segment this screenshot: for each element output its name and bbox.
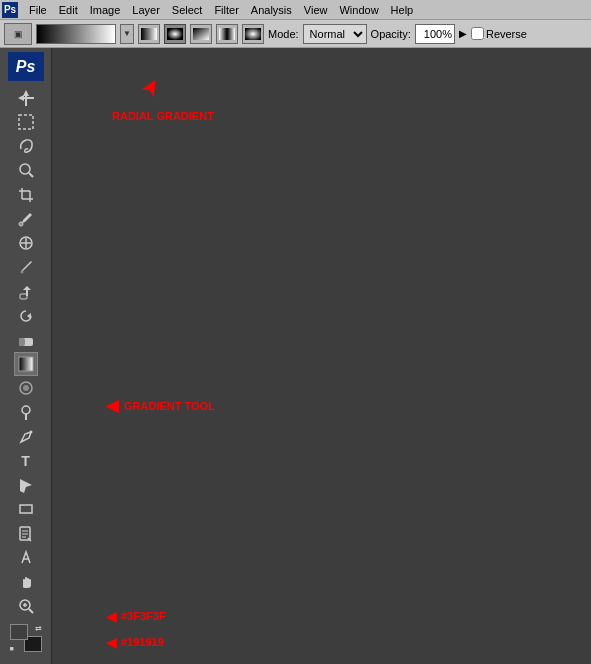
- tool-gradient[interactable]: [14, 352, 38, 375]
- gradient-type-angle[interactable]: [190, 24, 212, 44]
- bg-annotation-arrow: ◀: [106, 634, 117, 650]
- tool-clone-stamp[interactable]: [14, 280, 38, 303]
- menu-help[interactable]: Help: [386, 3, 419, 17]
- svg-point-18: [20, 271, 23, 274]
- radial-gradient-annotation: RADIAL GRADIENT ➤: [112, 110, 214, 122]
- tool-notes[interactable]: [14, 522, 38, 545]
- tool-eyedropper[interactable]: [14, 207, 38, 230]
- tool-lasso[interactable]: [14, 134, 38, 157]
- menu-edit[interactable]: Edit: [54, 3, 83, 17]
- gradient-type-reflected[interactable]: [216, 24, 238, 44]
- tool-move[interactable]: [14, 86, 38, 109]
- menu-file[interactable]: File: [24, 3, 52, 17]
- foreground-color-swatch[interactable]: [10, 624, 28, 640]
- tool-healing-brush[interactable]: [14, 231, 38, 254]
- menu-filter[interactable]: Filter: [209, 3, 243, 17]
- menu-analysis[interactable]: Analysis: [246, 3, 297, 17]
- tool-crop[interactable]: [14, 183, 38, 206]
- opacity-input[interactable]: [415, 24, 455, 44]
- tool-pen[interactable]: [14, 425, 38, 448]
- svg-point-27: [22, 406, 30, 414]
- svg-point-29: [29, 430, 32, 433]
- mode-label: Mode:: [268, 28, 299, 40]
- gradient-type-linear[interactable]: [138, 24, 160, 44]
- tool-path-selection[interactable]: [14, 474, 38, 497]
- opacity-arrow[interactable]: ▶: [459, 28, 467, 39]
- svg-rect-19: [20, 294, 27, 299]
- menu-window[interactable]: Window: [334, 3, 383, 17]
- gradient-tool-annotation: ◀ GRADIENT TOOL: [106, 396, 215, 415]
- fg-color-annotation: ◀ #3F3F3F: [106, 608, 166, 624]
- svg-point-8: [20, 164, 30, 174]
- menu-select[interactable]: Select: [167, 3, 208, 17]
- svg-point-14: [19, 222, 23, 226]
- canvas-area: RADIAL GRADIENT ➤ ◀ GRADIENT TOOL ◀ #3F3…: [52, 48, 591, 664]
- tool-history-brush[interactable]: [14, 304, 38, 327]
- svg-rect-1: [167, 28, 183, 40]
- tool-hand[interactable]: [14, 570, 38, 593]
- tool-quick-selection[interactable]: [14, 159, 38, 182]
- svg-rect-0: [141, 28, 157, 40]
- svg-rect-22: [19, 338, 25, 346]
- bg-color-annotation: ◀ #191919: [106, 634, 164, 650]
- tool-eraser[interactable]: [14, 328, 38, 351]
- radial-gradient-arrow: ➤: [136, 74, 165, 101]
- toolbox-logo: Ps: [8, 52, 44, 81]
- tool-text[interactable]: T: [14, 449, 38, 472]
- tool-dodge[interactable]: [14, 401, 38, 424]
- svg-rect-4: [245, 28, 261, 40]
- tool-brush[interactable]: [14, 256, 38, 279]
- options-bar: ▣ ▼ Mode: Normal Multiply Screen Opacity…: [0, 20, 591, 48]
- default-colors-icon[interactable]: ■: [10, 645, 14, 652]
- menu-view[interactable]: View: [299, 3, 333, 17]
- tool-color-sampler[interactable]: [14, 546, 38, 569]
- svg-point-26: [23, 385, 29, 391]
- app-logo: Ps: [2, 2, 18, 18]
- svg-rect-2: [193, 28, 209, 40]
- opacity-label: Opacity:: [371, 28, 411, 40]
- fg-annotation-arrow: ◀: [106, 608, 117, 624]
- gradient-preview[interactable]: [36, 24, 116, 44]
- svg-line-9: [29, 173, 33, 177]
- tool-blur[interactable]: [14, 377, 38, 400]
- mode-select[interactable]: Normal Multiply Screen: [303, 24, 367, 44]
- toolbox: Ps: [0, 48, 52, 664]
- reverse-label[interactable]: Reverse: [471, 27, 527, 40]
- svg-rect-7: [19, 115, 33, 129]
- gradient-type-radial[interactable]: [164, 24, 186, 44]
- tool-zoom[interactable]: [14, 595, 38, 618]
- gradient-tool-arrow: ◀: [106, 396, 118, 415]
- main-area: Ps: [0, 48, 591, 664]
- tool-preset-picker[interactable]: ▣: [4, 23, 32, 45]
- menu-layer[interactable]: Layer: [127, 3, 165, 17]
- fg-bg-colors[interactable]: ⇄ ■: [10, 624, 42, 652]
- gradient-type-diamond[interactable]: [242, 24, 264, 44]
- gradient-dropdown-arrow[interactable]: ▼: [120, 24, 134, 44]
- svg-rect-30: [20, 505, 32, 513]
- tool-rectangular-marquee[interactable]: [14, 110, 38, 133]
- tool-shape[interactable]: [14, 498, 38, 521]
- menubar: Ps File Edit Image Layer Select Filter A…: [0, 0, 591, 20]
- reverse-checkbox[interactable]: [471, 27, 484, 40]
- color-swatches: ⇄ ■: [0, 620, 51, 660]
- svg-line-37: [29, 609, 33, 613]
- svg-rect-3: [219, 28, 235, 40]
- menu-image[interactable]: Image: [85, 3, 126, 17]
- switch-colors-icon[interactable]: ⇄: [35, 624, 42, 633]
- svg-marker-20: [27, 313, 31, 319]
- svg-rect-23: [19, 357, 33, 371]
